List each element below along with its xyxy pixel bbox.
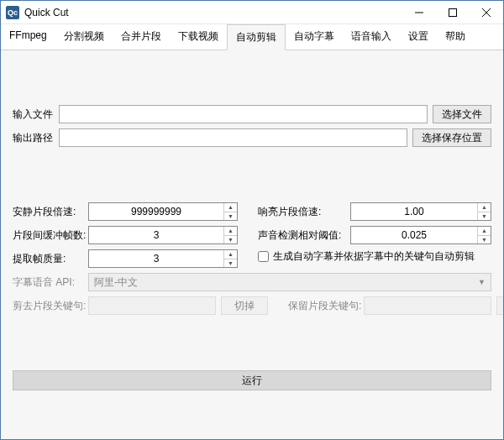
threshold-spinner[interactable]: ▲▼ xyxy=(350,226,491,244)
spinner-up-icon[interactable]: ▲ xyxy=(224,203,237,212)
choose-save-location-button[interactable]: 选择保存位置 xyxy=(412,128,491,147)
spinner-down-icon[interactable]: ▼ xyxy=(478,236,491,244)
tab-auto-subtitle[interactable]: 自动字幕 xyxy=(286,24,343,50)
quiet-speed-label: 安静片段倍速: xyxy=(13,205,88,219)
quiet-speed-input[interactable] xyxy=(89,203,223,220)
keep-keywords-input xyxy=(364,296,491,315)
content-area: 输入文件 选择文件 输出路径 选择保存位置 安静片段倍速: ▲▼ 片段间缓冲帧数… xyxy=(1,50,503,440)
tab-voice-input[interactable]: 语音输入 xyxy=(343,24,400,50)
spinner-up-icon[interactable]: ▲ xyxy=(478,227,491,236)
buffer-frames-spinner[interactable]: ▲▼ xyxy=(88,226,238,244)
tab-merge-clips[interactable]: 合并片段 xyxy=(113,24,170,50)
spinner-down-icon[interactable]: ▼ xyxy=(224,212,237,221)
cut-button[interactable]: 切掉 xyxy=(221,296,268,315)
loud-speed-spinner[interactable]: ▲▼ xyxy=(350,202,491,221)
keep-keywords-label: 保留片段关键句: xyxy=(288,299,364,313)
run-button[interactable]: 运行 xyxy=(13,370,491,390)
threshold-input[interactable] xyxy=(351,227,477,244)
buffer-frames-input[interactable] xyxy=(89,227,223,244)
output-path-field[interactable] xyxy=(59,128,407,147)
input-file-row: 输入文件 选择文件 xyxy=(13,105,491,123)
minimize-button[interactable] xyxy=(402,1,436,24)
maximize-button[interactable] xyxy=(436,1,470,24)
loud-speed-input[interactable] xyxy=(351,203,477,220)
spinner-up-icon[interactable]: ▲ xyxy=(224,250,237,259)
tab-bar: FFmpeg 分割视频 合并片段 下载视频 自动剪辑 自动字幕 语音输入 设置 … xyxy=(1,24,503,50)
output-path-label: 输出路径 xyxy=(13,131,59,145)
subtitle-api-select[interactable]: 阿里-中文 ▼ xyxy=(88,273,491,291)
tab-auto-edit[interactable]: 自动剪辑 xyxy=(227,24,286,50)
spinner-down-icon[interactable]: ▼ xyxy=(224,236,237,244)
chevron-down-icon: ▼ xyxy=(478,278,486,286)
spinner-down-icon[interactable]: ▼ xyxy=(224,259,237,268)
input-file-field[interactable] xyxy=(59,105,428,123)
auto-subtitle-label: 生成自动字幕并依据字幕中的关键句自动剪辑 xyxy=(273,249,475,264)
frame-quality-input[interactable] xyxy=(89,250,223,267)
keep-button[interactable]: 保留 xyxy=(496,296,504,315)
tab-download-video[interactable]: 下载视频 xyxy=(170,24,227,50)
frame-quality-label: 提取帧质量: xyxy=(13,252,88,266)
close-button[interactable] xyxy=(470,1,503,24)
choose-file-button[interactable]: 选择文件 xyxy=(433,105,491,123)
input-file-label: 输入文件 xyxy=(13,107,59,122)
quiet-speed-spinner[interactable]: ▲▼ xyxy=(88,202,238,221)
output-path-row: 输出路径 选择保存位置 xyxy=(13,128,491,147)
threshold-label: 声音检测相对阈值: xyxy=(258,228,350,243)
titlebar: Qc Quick Cut xyxy=(1,1,503,24)
loud-speed-label: 响亮片段倍速: xyxy=(258,205,350,219)
buffer-frames-label: 片段间缓冲帧数: xyxy=(13,228,88,243)
tab-help[interactable]: 帮助 xyxy=(437,24,474,50)
cut-keywords-input xyxy=(88,296,216,315)
auto-subtitle-checkbox[interactable] xyxy=(258,251,269,262)
tab-settings[interactable]: 设置 xyxy=(400,24,437,50)
spinner-up-icon[interactable]: ▲ xyxy=(224,227,237,236)
svg-rect-1 xyxy=(449,8,457,16)
tab-ffmpeg[interactable]: FFmpeg xyxy=(1,24,55,50)
window-title: Quick Cut xyxy=(24,7,402,18)
subtitle-api-value: 阿里-中文 xyxy=(94,275,138,290)
cut-keywords-label: 剪去片段关键句: xyxy=(13,299,88,313)
subtitle-api-label: 字幕语音 API: xyxy=(13,275,88,290)
tab-split-video[interactable]: 分割视频 xyxy=(55,24,113,50)
frame-quality-spinner[interactable]: ▲▼ xyxy=(88,249,238,268)
spinner-up-icon[interactable]: ▲ xyxy=(478,203,491,212)
spinner-down-icon[interactable]: ▼ xyxy=(478,212,491,221)
app-icon: Qc xyxy=(6,6,19,19)
